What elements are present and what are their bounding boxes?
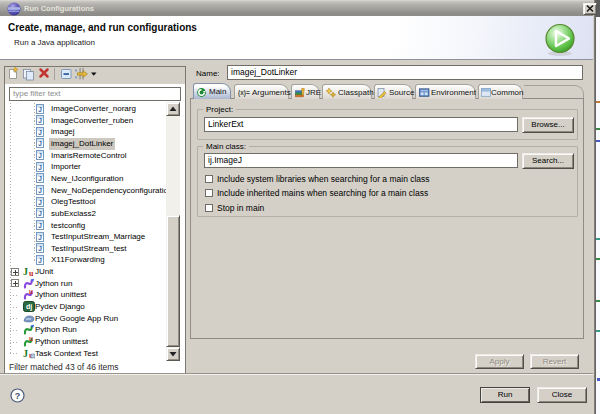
svg-text:J: J bbox=[23, 266, 28, 277]
svg-text:?: ? bbox=[15, 391, 21, 401]
svg-text:J: J bbox=[23, 348, 28, 359]
svg-text:dj: dj bbox=[26, 303, 32, 311]
